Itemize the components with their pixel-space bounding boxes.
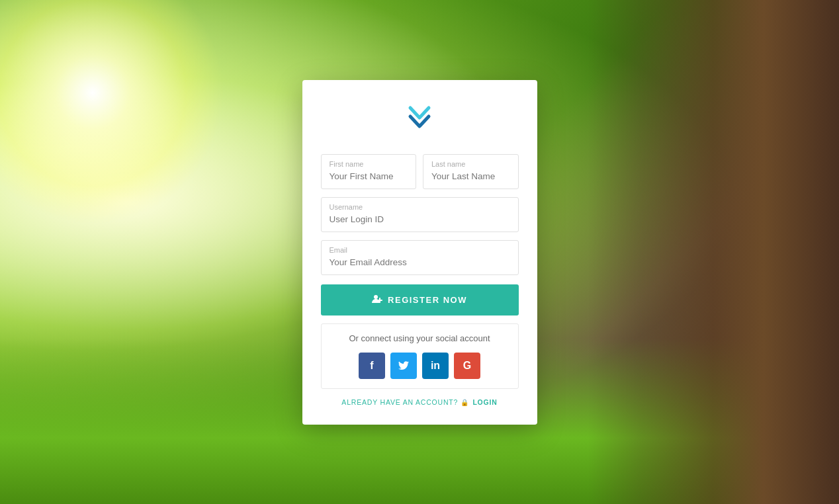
username-group: Username [321,197,519,232]
sun-effect [0,0,225,225]
social-section: Or connect using your social account f i… [321,323,519,389]
first-name-group: First name [321,154,417,189]
svg-point-0 [374,295,378,299]
email-group: Email [321,240,519,275]
email-label: Email [330,246,510,254]
lock-icon: 🔒 [461,399,469,406]
first-name-input[interactable] [330,171,408,181]
social-buttons: f in G [331,353,509,379]
first-name-label: First name [330,160,408,168]
last-name-input[interactable] [431,171,510,181]
social-text: Or connect using your social account [331,333,509,343]
last-name-label: Last name [431,160,510,168]
register-button[interactable]: REGISTER NOW [321,284,519,315]
already-account-text: ALREADY HAVE AN ACCOUNT? [341,398,458,406]
tree-overlay [588,0,839,504]
twitter-button[interactable] [390,353,417,379]
login-link[interactable]: ALREADY HAVE AN ACCOUNT? 🔒 LOGIN [321,398,519,406]
app-logo [402,100,437,134]
logo-container [321,100,519,134]
google-button[interactable]: G [454,353,480,379]
last-name-group: Last name [423,154,519,189]
username-input[interactable] [330,214,510,224]
name-row: First name Last name [321,154,519,189]
facebook-button[interactable]: f [359,353,385,379]
username-label: Username [330,203,510,211]
linkedin-button[interactable]: in [422,353,449,379]
email-input[interactable] [330,257,510,267]
login-action[interactable]: LOGIN [472,398,497,406]
register-label: REGISTER NOW [388,295,467,305]
user-plus-icon [372,294,382,306]
registration-card: First name Last name Username Email REGI… [302,80,537,425]
